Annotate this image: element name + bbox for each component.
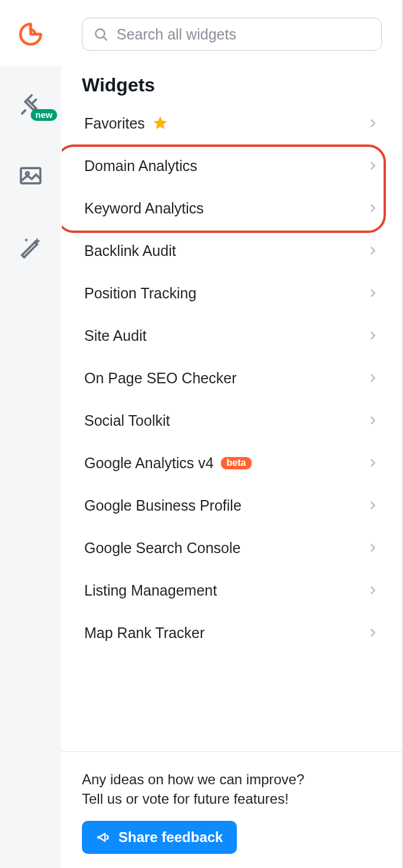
list-item-google-search-console[interactable]: Google Search Console [76, 527, 388, 569]
list-item-label: Favorites [84, 115, 145, 132]
list-item-label: Position Tracking [84, 285, 196, 302]
plug-icon[interactable]: new [13, 87, 48, 123]
chevron-right-icon [366, 159, 379, 172]
logo-icon[interactable] [13, 17, 48, 52]
list-item-position-tracking[interactable]: Position Tracking [76, 272, 388, 314]
chevron-right-icon [366, 456, 379, 469]
wand-icon[interactable] [13, 229, 48, 264]
list-item-google-business-profile[interactable]: Google Business Profile [76, 484, 388, 527]
chevron-right-icon [366, 202, 379, 215]
share-feedback-label: Share feedback [118, 829, 223, 846]
list-item-label: Listing Management [84, 582, 217, 599]
search-input[interactable]: Search all widgets [82, 18, 382, 51]
list-item-label: Site Audit [84, 327, 147, 344]
widgets-list: Favorites Domain Analytics Keyword Analy… [62, 102, 402, 751]
list-item-domain-analytics[interactable]: Domain Analytics [76, 144, 388, 187]
chevron-right-icon [366, 329, 379, 342]
list-item-google-analytics-v4[interactable]: Google Analytics v4 beta [76, 442, 388, 484]
chevron-right-icon [366, 244, 379, 257]
list-item-label: Map Rank Tracker [84, 624, 204, 642]
chevron-right-icon [366, 371, 379, 384]
list-item-on-page-seo-checker[interactable]: On Page SEO Checker [76, 357, 388, 399]
chevron-right-icon [366, 541, 379, 554]
list-item-map-rank-tracker[interactable]: Map Rank Tracker [76, 611, 388, 654]
list-item-label: Social Toolkit [84, 412, 170, 429]
share-feedback-button[interactable]: Share feedback [82, 821, 237, 854]
widgets-panel: Search all widgets Widgets Favorites Dom… [61, 0, 403, 868]
feedback-line2: Tell us or vote for future features! [82, 791, 289, 807]
list-item-label: Google Analytics v4 [84, 455, 214, 472]
chevron-right-icon [366, 117, 379, 130]
list-item-keyword-analytics[interactable]: Keyword Analytics [76, 187, 388, 229]
chevron-right-icon [366, 499, 379, 512]
search-icon [93, 27, 108, 42]
left-rail: new [0, 0, 61, 868]
image-icon[interactable] [13, 158, 48, 193]
list-item-favorites[interactable]: Favorites [76, 102, 388, 144]
search-placeholder: Search all widgets [117, 26, 236, 43]
list-item-label: Keyword Analytics [84, 200, 204, 217]
page-title: Widgets [62, 51, 402, 102]
list-item-label: On Page SEO Checker [84, 370, 236, 387]
list-item-listing-management[interactable]: Listing Management [76, 569, 388, 611]
list-item-label: Google Search Console [84, 540, 240, 557]
new-badge: new [31, 109, 57, 121]
beta-badge: beta [221, 457, 252, 469]
list-item-site-audit[interactable]: Site Audit [76, 314, 388, 357]
feedback-line1: Any ideas on how we can improve? [82, 771, 305, 787]
feedback-section: Any ideas on how we can improve? Tell us… [62, 751, 402, 868]
list-item-label: Backlink Audit [84, 242, 176, 259]
list-item-label: Domain Analytics [84, 157, 197, 175]
list-item-label: Google Business Profile [84, 497, 242, 514]
chevron-right-icon [366, 584, 379, 597]
list-item-social-toolkit[interactable]: Social Toolkit [76, 399, 388, 442]
megaphone-icon [96, 830, 111, 845]
star-icon [152, 115, 169, 131]
chevron-right-icon [366, 626, 379, 639]
chevron-right-icon [366, 414, 379, 427]
list-item-backlink-audit[interactable]: Backlink Audit [76, 229, 388, 272]
chevron-right-icon [366, 287, 379, 300]
